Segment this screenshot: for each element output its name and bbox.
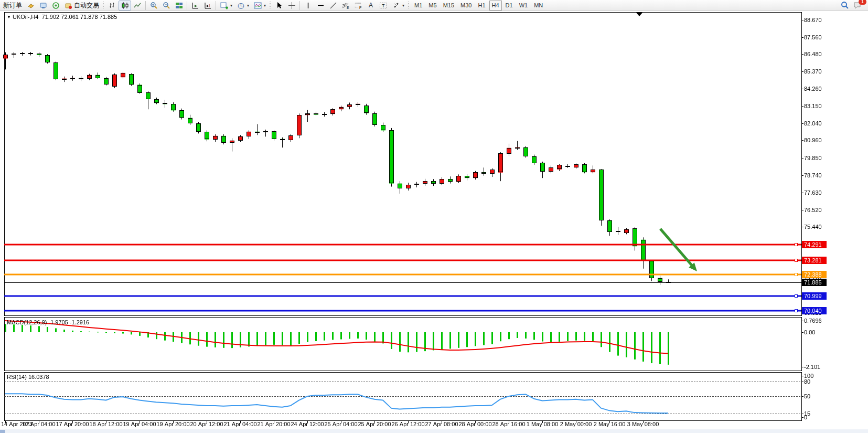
dropdown-caret-icon: ▾ [247, 3, 249, 8]
chart-symbol-period: UKOil-,H4 [13, 14, 39, 20]
zoom-in-icon [149, 1, 158, 9]
new-chart-button[interactable]: ▾ [218, 1, 234, 10]
periods-button[interactable]: ◷ ▾ [234, 1, 251, 10]
arrows-icon [392, 1, 400, 9]
rsi-indicator-label: RSI(14) 16.0378 [7, 374, 49, 380]
text-icon: A [367, 1, 375, 9]
vertical-line-icon [304, 1, 312, 9]
auto-trading-label: 自动交易 [74, 1, 99, 10]
text-button[interactable]: A [365, 1, 377, 10]
search-button[interactable] [839, 1, 851, 10]
indicator-list-icon [26, 1, 35, 9]
main-toolbar: 新订单 自动交易 [0, 0, 868, 11]
svg-text:E: E [347, 6, 349, 9]
text-label-button[interactable]: T [377, 1, 390, 10]
cycle-lines-icon: F [354, 1, 362, 9]
tile-windows-icon [175, 1, 183, 9]
crosshair-icon [287, 1, 296, 9]
cursor-button[interactable] [273, 1, 285, 10]
macd-indicator-label: MACD(12,26,9) -1.9705 -1.2916 [7, 319, 89, 325]
svg-text:T: T [382, 3, 385, 8]
templates-button[interactable]: ▾ [251, 1, 268, 10]
cycle-lines-button[interactable]: F [352, 1, 365, 10]
toolbar-right-group: 1 [839, 1, 864, 10]
bar-chart-icon [108, 1, 116, 9]
timeframe-button-m5[interactable]: M5 [426, 1, 439, 10]
dropdown-caret-icon: ▾ [230, 3, 232, 8]
horizontal-line-button[interactable] [314, 1, 327, 10]
line-chart-button[interactable] [131, 1, 144, 10]
auto-trading-button[interactable]: 自动交易 [62, 1, 101, 10]
arrows-button[interactable]: ▾ [390, 1, 406, 10]
toolbar-grip [408, 2, 409, 9]
dropdown-caret-icon: ▾ [402, 3, 404, 8]
signals-button[interactable] [49, 1, 62, 10]
notifications-button[interactable]: 1 [851, 1, 864, 10]
timeframe-group: M1M5M15M30H1H4D1W1MN [411, 1, 546, 10]
tile-windows-button[interactable] [173, 1, 185, 10]
templates-icon [253, 1, 262, 9]
auto-trading-icon [64, 1, 72, 9]
timeframe-button-h4[interactable]: H4 [489, 1, 502, 10]
trendline-button[interactable] [327, 1, 339, 10]
timeframe-button-m30[interactable]: M30 [458, 1, 474, 10]
fibonacci-button[interactable]: E [339, 1, 352, 10]
vertical-line-button[interactable] [302, 1, 314, 10]
svg-text:F: F [359, 6, 361, 9]
timeframe-button-mn[interactable]: MN [531, 1, 545, 10]
line-chart-icon [133, 1, 142, 9]
timeframe-button-h1[interactable]: H1 [475, 1, 488, 10]
toolbar-separator [299, 1, 300, 10]
candlestick-chart-icon [121, 1, 129, 9]
crosshair-button[interactable] [285, 1, 298, 10]
zoom-in-button[interactable] [147, 1, 160, 10]
timeframe-button-w1[interactable]: W1 [517, 1, 531, 10]
toolbar-grip [103, 2, 104, 9]
chart-canvas[interactable] [0, 0, 868, 433]
toolbar-separator [216, 1, 216, 10]
zoom-out-icon [162, 1, 170, 9]
symbol-dropdown-icon: ▼ [7, 15, 11, 19]
signals-icon [51, 1, 60, 9]
chart-ohlc-values: 71.902 72.061 71.878 71.885 [42, 14, 117, 20]
auto-scroll-icon [191, 1, 199, 9]
indicator-list-button[interactable] [24, 1, 37, 10]
auto-scroll-button[interactable] [189, 1, 201, 10]
market-watch-button[interactable] [37, 1, 49, 10]
toolbar-separator [145, 1, 146, 10]
clock-icon: ◷ [237, 1, 245, 9]
new-chart-icon [220, 1, 228, 9]
new-order-button[interactable]: 新订单 [1, 1, 24, 10]
cursor-icon [275, 1, 283, 9]
timeframe-button-d1[interactable]: D1 [503, 1, 516, 10]
trendline-icon [329, 1, 337, 9]
text-label-icon: T [379, 1, 388, 9]
horizontal-line-icon [316, 1, 325, 9]
search-icon [841, 1, 849, 9]
toolbar-separator [187, 1, 187, 10]
market-watch-icon [39, 1, 47, 9]
bar-chart-button[interactable] [106, 1, 119, 10]
candlestick-chart-button[interactable] [119, 1, 131, 10]
fibonacci-icon: E [341, 1, 350, 9]
chart-shift-button[interactable] [201, 1, 214, 10]
timeframe-button-m1[interactable]: M1 [412, 1, 425, 10]
toolbar-grip [270, 2, 271, 9]
zoom-out-button[interactable] [160, 1, 173, 10]
timeframe-button-m15[interactable]: M15 [441, 1, 457, 10]
chart-title: ▼UKOil-,H4 71.902 72.061 71.878 71.885 [7, 14, 117, 20]
notification-badge: 1 [859, 0, 866, 5]
dropdown-caret-icon: ▾ [264, 3, 266, 8]
new-order-label: 新订单 [3, 1, 22, 10]
chart-shift-icon [203, 1, 212, 9]
